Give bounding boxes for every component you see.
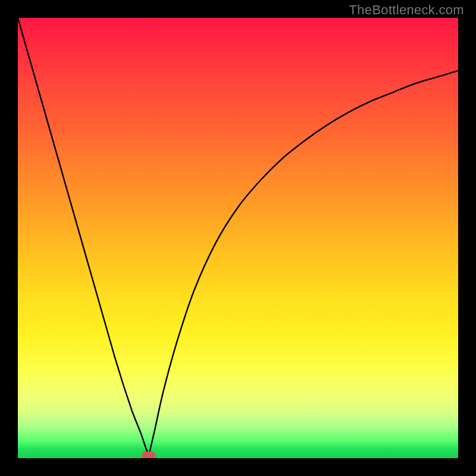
- plot-area: [18, 18, 458, 458]
- watermark-text: TheBottleneck.com: [349, 2, 464, 18]
- curve-left-branch: [18, 18, 149, 456]
- curve-right-branch: [149, 71, 458, 456]
- min-point-marker: [142, 452, 156, 458]
- chart-container: TheBottleneck.com: [0, 0, 476, 476]
- curve-svg: [18, 18, 458, 458]
